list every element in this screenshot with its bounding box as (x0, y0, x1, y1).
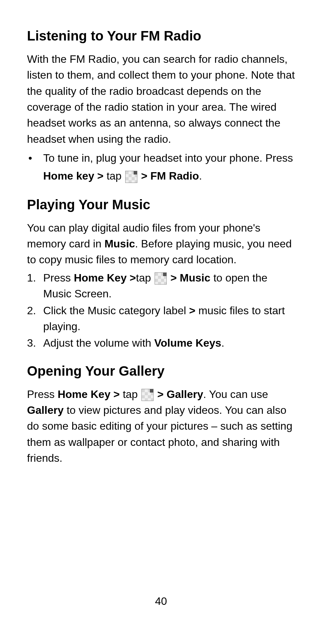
text-run-bold: Home Key > (74, 272, 136, 284)
page-number: 40 (0, 595, 322, 608)
text-run: Press (43, 272, 74, 284)
text-run-bold: Home Key > (58, 388, 123, 400)
text-run: tap (123, 388, 141, 400)
list-item: Click the Music category label > music f… (27, 303, 295, 335)
text-run: tap (107, 170, 125, 182)
section-fm-radio: Listening to Your FM Radio With the FM R… (27, 28, 295, 185)
document-page: Listening to Your FM Radio With the FM R… (0, 0, 322, 466)
paragraph-gallery: Press Home Key > tap > Gallery. You can … (27, 386, 295, 466)
text-run: . (221, 337, 224, 349)
text-run-bold: > Music (167, 272, 210, 284)
text-run-bold: > FM Radio (138, 170, 199, 182)
section-music: Playing Your Music You can play digital … (27, 196, 295, 351)
text-run: . (199, 170, 202, 182)
list-item: Press Home Key >tap > Music to open the … (27, 270, 295, 302)
text-run: To tune in, plug your headset into your … (43, 152, 293, 164)
paragraph-music-intro: You can play digital audio files from yo… (27, 220, 295, 268)
text-run: Click the Music category label (43, 304, 189, 317)
bullet-list-fm-radio: To tune in, plug your headset into your … (27, 149, 295, 185)
heading-fm-radio: Listening to Your FM Radio (27, 28, 295, 44)
list-item: To tune in, plug your headset into your … (27, 149, 295, 185)
text-run-bold: Music (104, 238, 135, 250)
numbered-list-music: Press Home Key >tap > Music to open the … (27, 270, 295, 351)
text-run: Adjust the volume with (43, 337, 154, 349)
text-run: Press (27, 388, 58, 400)
text-run-bold: Volume Keys (154, 337, 221, 349)
text-run-bold: > (189, 304, 195, 317)
section-gallery: Opening Your Gallery Press Home Key > ta… (27, 363, 295, 466)
text-run-bold: > Gallery (154, 388, 203, 400)
list-item: Adjust the volume with Volume Keys. (27, 335, 295, 351)
heading-music: Playing Your Music (27, 196, 295, 213)
app-drawer-icon (155, 272, 167, 285)
text-run-bold: Home key > (43, 170, 107, 182)
text-run: . You can use (203, 388, 268, 400)
text-run: tap (136, 272, 154, 284)
app-drawer-icon (125, 171, 137, 183)
text-run-bold: Gallery (27, 404, 64, 416)
app-drawer-icon (141, 389, 154, 401)
heading-gallery: Opening Your Gallery (27, 363, 295, 379)
paragraph-fm-radio-intro: With the FM Radio, you can search for ra… (27, 51, 295, 147)
text-run: to view pictures and play videos. You ca… (27, 404, 292, 464)
